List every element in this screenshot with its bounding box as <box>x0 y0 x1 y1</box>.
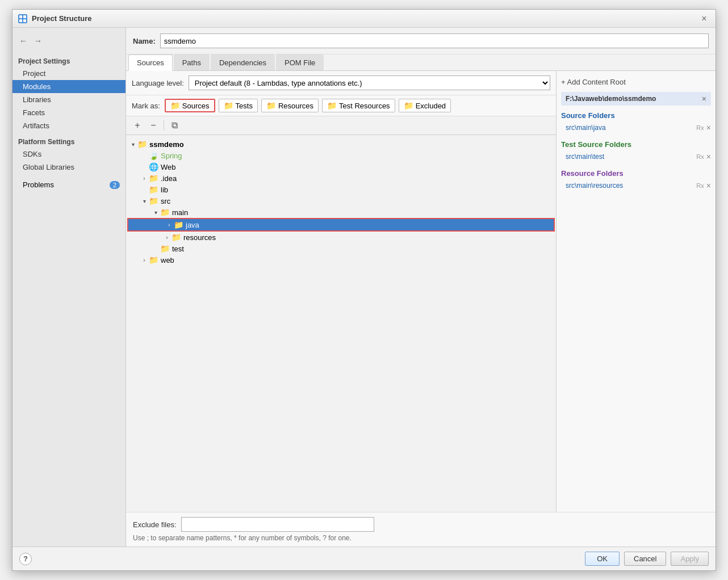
add-item-button[interactable]: + <box>131 119 144 132</box>
sidebar-item-artifacts[interactable]: Artifacts <box>12 119 125 132</box>
svg-rect-3 <box>23 19 26 22</box>
remove-content-root-button[interactable]: × <box>702 94 706 103</box>
sidebar-item-global-libraries[interactable]: Global Libraries <box>12 161 125 174</box>
mark-as-tests-button[interactable]: 📁 Tests <box>219 99 258 112</box>
source-folder-path: src\main\java <box>566 124 606 132</box>
tab-paths[interactable]: Paths <box>174 54 210 70</box>
test-source-folder-path: src\main\test <box>566 153 604 161</box>
problems-row[interactable]: Problems 2 <box>12 178 125 191</box>
tree-item-idea[interactable]: › 📁 .idea <box>126 173 556 184</box>
forward-button[interactable]: → <box>32 35 44 47</box>
problems-badge: 2 <box>110 181 120 189</box>
expand-icon-main: ▾ <box>151 209 160 216</box>
help-button[interactable]: ? <box>19 553 32 565</box>
tab-content: Language level: Project default (8 - Lam… <box>126 71 716 512</box>
folder-icon-idea: 📁 <box>149 174 158 183</box>
folder-icon-src: 📁 <box>149 196 158 205</box>
tree-item-lib[interactable]: 📁 lib <box>126 184 556 195</box>
sidebar-item-modules[interactable]: Modules <box>12 80 125 93</box>
mark-sources-label: Sources <box>182 102 210 110</box>
right-panel: + Add Content Root F:\Javaweb\demo\ssmde… <box>557 71 716 512</box>
tree-toolbar: + − ⧉ <box>126 116 556 135</box>
test-source-folders-title: Test Source Folders <box>561 140 711 149</box>
mark-excluded-label: Excluded <box>416 102 446 110</box>
sidebar-item-project[interactable]: Project <box>12 67 125 80</box>
test-source-folder-actions: Rx × <box>696 152 711 161</box>
mark-as-row: Mark as: 📁 Sources 📁 Tests 📁 <box>126 95 556 116</box>
test-source-folder-rx-label: Rx <box>696 153 704 160</box>
mark-as-sources-button[interactable]: 📁 Sources <box>165 99 215 112</box>
copy-item-button[interactable]: ⧉ <box>168 119 181 132</box>
tree-item-web[interactable]: 🌐 Web <box>126 161 556 173</box>
svg-rect-2 <box>19 19 22 22</box>
toolbar-separator <box>164 120 164 131</box>
folder-icon-lib: 📁 <box>149 185 158 194</box>
tree-label-test: test <box>172 245 184 253</box>
tests-folder-icon: 📁 <box>224 101 233 110</box>
sidebar-item-facets[interactable]: Facets <box>12 106 125 119</box>
tree-item-test[interactable]: 📁 test <box>126 243 556 254</box>
tree-item-main[interactable]: ▾ 📁 main <box>126 207 556 218</box>
expand-icon-web-folder: › <box>140 257 149 263</box>
source-folders-title: Source Folders <box>561 111 711 120</box>
remove-item-button[interactable]: − <box>147 119 160 132</box>
svg-rect-0 <box>19 15 22 18</box>
app-icon <box>18 14 27 23</box>
mark-resources-label: Resources <box>278 102 313 110</box>
web-icon: 🌐 <box>149 162 158 171</box>
language-level-row: Language level: Project default (8 - Lam… <box>126 71 556 95</box>
ok-button[interactable]: OK <box>585 552 620 566</box>
mark-as-excluded-button[interactable]: 📁 Excluded <box>399 99 451 112</box>
language-level-dropdown[interactable]: Project default (8 - Lambdas, type annot… <box>189 75 550 90</box>
dialog-close-button[interactable]: × <box>698 13 710 24</box>
mark-as-test-resources-button[interactable]: 📁 Test Resources <box>322 99 395 112</box>
title-bar: Project Structure × <box>12 10 716 28</box>
tree-label-ssmdemo: ssmdemo <box>149 140 184 149</box>
tree-item-resources[interactable]: › 📁 resources <box>126 232 556 243</box>
expand-icon-resources: › <box>162 234 171 241</box>
remove-source-folder-button[interactable]: × <box>706 123 711 132</box>
mark-as-resources-button[interactable]: 📁 Resources <box>261 99 319 112</box>
resource-folder-actions: Rx × <box>696 181 711 190</box>
sidebar: ← → Project Settings Project Modules Lib… <box>12 28 126 547</box>
tree-item-spring[interactable]: 🍃 Spring <box>126 150 556 161</box>
source-folder-entry: src\main\java Rx × <box>561 122 711 133</box>
add-content-root-button[interactable]: + Add Content Root <box>561 75 711 89</box>
name-input[interactable] <box>160 33 709 48</box>
tree-item-web-folder[interactable]: › 📁 web <box>126 254 556 266</box>
tree-label-web-folder: web <box>161 256 174 264</box>
tree-label-src: src <box>161 197 170 205</box>
tab-dependencies[interactable]: Dependencies <box>211 54 275 70</box>
apply-button[interactable]: Apply <box>671 552 709 566</box>
resource-folder-rx-label: Rx <box>696 182 704 189</box>
test-resources-folder-icon: 📁 <box>327 101 337 110</box>
cancel-button[interactable]: Cancel <box>624 552 666 566</box>
tab-sources[interactable]: Sources <box>128 54 173 71</box>
mark-tests-label: Tests <box>236 102 253 110</box>
tree-item-ssmdemo[interactable]: ▾ 📁 ssmdemo <box>126 138 556 150</box>
resource-folders-title: Resource Folders <box>561 169 711 178</box>
tree-label-lib: lib <box>161 186 168 194</box>
tab-pom-file[interactable]: POM File <box>276 54 324 70</box>
remove-resource-folder-button[interactable]: × <box>706 181 711 190</box>
svg-rect-1 <box>23 15 26 18</box>
sidebar-item-libraries[interactable]: Libraries <box>12 93 125 106</box>
bottom-bar: ? OK Cancel Apply <box>12 547 716 570</box>
source-folder-rx-label: Rx <box>696 124 704 131</box>
project-structure-dialog: Project Structure × ← → Project Settings… <box>12 9 716 571</box>
remove-test-source-folder-button[interactable]: × <box>706 152 711 161</box>
back-button[interactable]: ← <box>17 35 30 47</box>
sidebar-item-sdks[interactable]: SDKs <box>12 148 125 161</box>
tree-item-src[interactable]: ▾ 📁 src <box>126 195 556 207</box>
exclude-input[interactable] <box>181 517 374 532</box>
name-row: Name: <box>126 28 716 54</box>
nav-row: ← → <box>12 32 125 49</box>
language-level-label: Language level: <box>132 79 184 87</box>
tree-item-java[interactable]: › 📁 java <box>128 219 554 230</box>
dialog-title: Project Structure <box>32 14 91 23</box>
sources-folder-icon: 📁 <box>170 101 180 110</box>
resource-folder-entry: src\main\resources Rx × <box>561 180 711 191</box>
resource-folders-section: Resource Folders src\main\resources Rx × <box>561 169 711 191</box>
excluded-folder-icon: 📁 <box>404 101 413 110</box>
tree-label-idea: .idea <box>161 174 177 183</box>
